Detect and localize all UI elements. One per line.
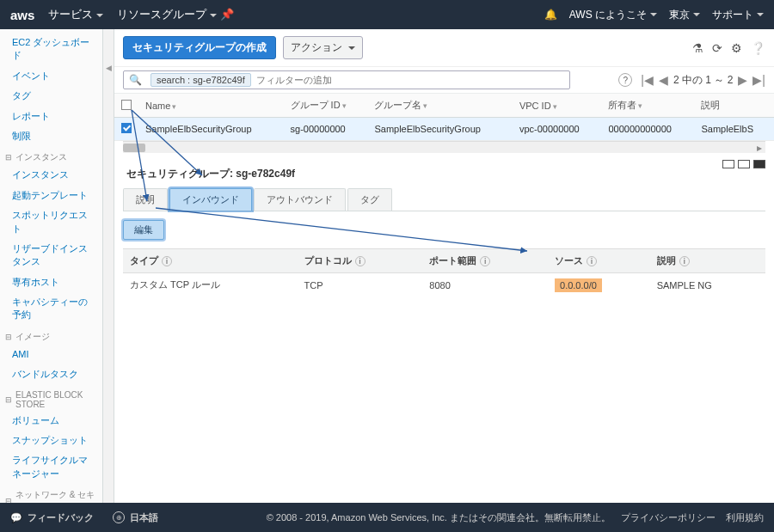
nav-head-images[interactable]: ⊟イメージ — [0, 326, 102, 345]
rule-port: 8080 — [422, 273, 548, 297]
action-toolbar: セキュリティグループの作成 アクション ⚗ ⟳ ⚙ ❔ — [114, 29, 774, 67]
rule-type: カスタム TCP ルール — [123, 273, 298, 297]
page-prev-icon[interactable]: ◀ — [659, 73, 668, 87]
col-group-name[interactable]: グループ名▾ — [367, 94, 513, 118]
tab-outbound[interactable]: アウトバウンド — [254, 188, 346, 211]
flask-icon[interactable]: ⚗ — [692, 41, 703, 55]
refresh-icon[interactable]: ⟳ — [712, 41, 722, 55]
tab-inbound[interactable]: インバウンド — [169, 188, 252, 211]
inbound-rules-table: タイプi プロトコルi ポート範囲i ソースi 説明i カスタム TCP ルール… — [123, 248, 765, 297]
page-last-icon[interactable]: ▶| — [752, 73, 765, 87]
nav-ec2-dashboard[interactable]: EC2 ダッシュボード — [0, 33, 102, 66]
nav-events[interactable]: イベント — [0, 66, 102, 86]
chevron-down-icon — [348, 46, 355, 50]
info-icon[interactable]: i — [480, 256, 490, 266]
aws-logo[interactable]: aws — [10, 8, 34, 22]
page-first-icon[interactable]: |◀ — [641, 73, 654, 87]
pin-icon: 📌 — [220, 8, 234, 21]
col-vpc-id[interactable]: VPC ID▾ — [513, 94, 602, 118]
row-checkbox[interactable] — [121, 123, 132, 133]
edit-rules-button[interactable]: 編集 — [123, 220, 164, 240]
info-icon[interactable]: i — [587, 256, 597, 266]
nav-volumes[interactable]: ボリューム — [0, 411, 102, 431]
horizontal-scrollbar[interactable]: ▸ — [123, 141, 765, 153]
menu-services[interactable]: サービス — [48, 7, 103, 22]
feedback-link[interactable]: フィードバック — [28, 511, 94, 524]
panel-layout-min-icon[interactable] — [722, 160, 734, 168]
collapse-icon: ⊟ — [5, 153, 12, 162]
rule-row: カスタム TCP ルール TCP 8080 0.0.0.0/0 SAMPLE N… — [123, 273, 765, 297]
chevron-left-icon: ◀ — [106, 64, 112, 72]
nav-launch-templates[interactable]: 起動テンプレート — [0, 186, 102, 205]
select-all-checkbox[interactable] — [121, 100, 132, 110]
main-content: セキュリティグループの作成 アクション ⚗ ⟳ ⚙ ❔ 🔍 search : s… — [114, 29, 774, 503]
chevron-down-icon — [210, 14, 217, 17]
search-help-icon[interactable]: ? — [618, 73, 632, 87]
table-row[interactable]: SampleElbSecurityGroup sg-00000000 Sampl… — [114, 118, 774, 141]
scrollbar-thumb[interactable] — [123, 144, 145, 152]
chevron-down-icon — [693, 13, 700, 16]
cell-description: SampleElbS — [694, 118, 774, 141]
search-box[interactable]: 🔍 search : sg-e782c49f — [123, 70, 570, 89]
detail-tabs: 説明 インバウンド アウトバウンド タグ — [123, 188, 765, 211]
search-chip[interactable]: search : sg-e782c49f — [150, 73, 251, 87]
panel-layout-max-icon[interactable] — [753, 160, 765, 168]
notifications-icon[interactable]: 🔔 — [544, 9, 557, 21]
col-description[interactable]: 説明 — [694, 94, 774, 118]
collapse-icon: ⊟ — [5, 395, 12, 404]
scroll-right-icon[interactable]: ▸ — [753, 142, 765, 154]
search-input[interactable] — [255, 73, 569, 87]
nav-head-network[interactable]: ⊟ネットワーク & セキュリティ — [0, 484, 102, 503]
help-icon[interactable]: ❔ — [751, 41, 765, 55]
rule-col-source: ソースi — [548, 249, 650, 273]
create-security-group-button[interactable]: セキュリティグループの作成 — [123, 36, 276, 59]
globe-icon: ⊕ — [113, 511, 125, 523]
actions-dropdown[interactable]: アクション — [283, 36, 363, 59]
chevron-down-icon — [96, 14, 103, 17]
rule-description: SAMPLE NG — [650, 273, 765, 297]
sidebar: EC2 ダッシュボード イベント タグ レポート 制限 ⊟インスタンス インスタ… — [0, 29, 103, 503]
region-menu[interactable]: 東京 — [669, 8, 700, 22]
rule-source: 0.0.0.0/0 — [548, 273, 650, 297]
nav-spot-requests[interactable]: スポットリクエスト — [0, 205, 102, 239]
cell-group-id: sg-00000000 — [284, 118, 368, 141]
cell-vpc-id: vpc-00000000 — [513, 118, 602, 141]
nav-limits[interactable]: 制限 — [0, 126, 102, 146]
terms-link[interactable]: 利用規約 — [726, 511, 764, 524]
menu-resource-groups[interactable]: リソースグループ📌 — [117, 7, 234, 22]
sidebar-collapse-gutter[interactable]: ◀ — [103, 29, 114, 503]
page-range: 2 中の 1 ～ 2 — [673, 73, 733, 88]
tab-description[interactable]: 説明 — [123, 188, 168, 211]
nav-ami[interactable]: AMI — [0, 345, 102, 364]
nav-snapshots[interactable]: スナップショット — [0, 431, 102, 450]
nav-lifecycle-manager[interactable]: ライフサイクルマネージャー — [0, 450, 102, 484]
support-menu[interactable]: サポート — [712, 8, 764, 22]
language-selector[interactable]: 日本語 — [130, 511, 158, 524]
nav-head-ebs[interactable]: ⊟ELASTIC BLOCK STORE — [0, 385, 102, 411]
chevron-down-icon — [650, 13, 657, 16]
nav-bundle-tasks[interactable]: バンドルタスク — [0, 364, 102, 384]
gear-icon[interactable]: ⚙ — [731, 41, 742, 55]
nav-tags[interactable]: タグ — [0, 86, 102, 106]
nav-dedicated-hosts[interactable]: 専有ホスト — [0, 272, 102, 292]
nav-instances[interactable]: インスタンス — [0, 165, 102, 185]
account-menu[interactable]: AWS にようこそ — [569, 8, 657, 22]
copyright: © 2008 - 2019, Amazon Web Services, Inc.… — [267, 511, 611, 524]
nav-reserved-instances[interactable]: リザーブドインスタンス — [0, 239, 102, 272]
panel-layout-split-icon[interactable] — [738, 160, 750, 168]
col-name[interactable]: Name▾ — [138, 94, 284, 118]
info-icon[interactable]: i — [355, 256, 366, 266]
rule-col-port: ポート範囲i — [422, 249, 548, 273]
feedback-icon[interactable]: 💬 — [10, 512, 22, 523]
col-owner[interactable]: 所有者▾ — [601, 94, 694, 118]
nav-head-instances[interactable]: ⊟インスタンス — [0, 146, 102, 165]
nav-capacity-reservations[interactable]: キャパシティーの予約 — [0, 292, 102, 326]
tab-tags[interactable]: タグ — [347, 188, 392, 211]
col-group-id[interactable]: グループ ID▾ — [284, 94, 368, 118]
cell-owner: 000000000000 — [601, 118, 694, 141]
info-icon[interactable]: i — [679, 256, 690, 266]
info-icon[interactable]: i — [162, 256, 172, 266]
page-next-icon[interactable]: ▶ — [738, 73, 747, 87]
nav-reports[interactable]: レポート — [0, 107, 102, 126]
privacy-link[interactable]: プライバシーポリシー — [621, 511, 716, 524]
